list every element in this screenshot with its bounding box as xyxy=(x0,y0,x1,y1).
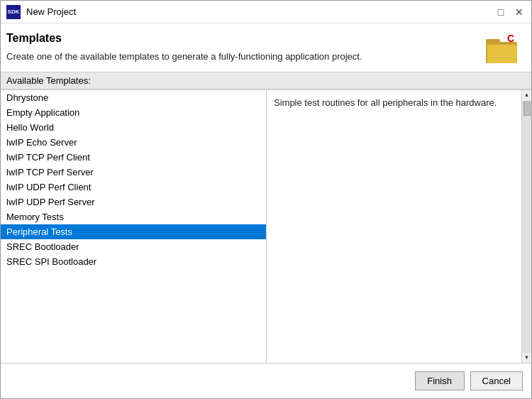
app-logo: SDK xyxy=(6,5,21,19)
template-item-peripheral-tests[interactable]: Peripheral Tests xyxy=(1,224,266,239)
dialog-window: SDK New Project □ ✕ Templates Create one… xyxy=(0,0,532,399)
section-description: Create one of the available templates to… xyxy=(6,50,418,63)
bottom-bar: Finish Cancel xyxy=(1,363,531,398)
close-button[interactable]: ✕ xyxy=(513,6,526,18)
template-item-lwip-udp-perf-server[interactable]: lwIP UDP Perf Server xyxy=(1,195,266,209)
finish-button[interactable]: Finish xyxy=(415,371,465,390)
scroll-up-arrow[interactable]: ▲ xyxy=(522,90,532,100)
scroll-down-arrow[interactable]: ▼ xyxy=(522,353,532,363)
minimize-button[interactable]: □ xyxy=(494,6,507,18)
window-title: New Project xyxy=(26,6,494,17)
svg-rect-1 xyxy=(486,39,500,45)
folder-icon: C xyxy=(486,35,520,63)
template-description: Simple test routines for all peripherals… xyxy=(274,97,497,108)
template-item-memory-tests[interactable]: Memory Tests xyxy=(1,209,266,224)
header-section: Templates Create one of the available te… xyxy=(1,23,531,72)
template-item-dhrystone[interactable]: Dhrystone xyxy=(1,90,266,105)
window-controls: □ ✕ xyxy=(494,6,526,18)
template-item-hello-world[interactable]: Hello World xyxy=(1,120,266,135)
template-item-lwip-tcp-perf-client[interactable]: lwIP TCP Perf Client xyxy=(1,150,266,165)
template-item-lwip-udp-perf-client[interactable]: lwIP UDP Perf Client xyxy=(1,180,266,195)
description-panel: Simple test routines for all peripherals… xyxy=(267,90,531,363)
svg-text:C: C xyxy=(507,35,514,44)
svg-rect-2 xyxy=(487,45,517,63)
content-area: Templates Create one of the available te… xyxy=(1,23,531,398)
cancel-button[interactable]: Cancel xyxy=(470,371,523,390)
title-bar: SDK New Project □ ✕ xyxy=(1,1,531,23)
header-left: Templates Create one of the available te… xyxy=(6,32,486,63)
template-item-empty-application[interactable]: Empty Application xyxy=(1,105,266,120)
available-templates-label: Available Templates: xyxy=(1,72,531,89)
template-item-srec-bootloader[interactable]: SREC Bootloader xyxy=(1,239,266,254)
template-list[interactable]: DhrystoneEmpty ApplicationHello WorldlwI… xyxy=(1,90,267,363)
scroll-thumb[interactable] xyxy=(523,102,531,116)
section-title: Templates xyxy=(6,32,486,45)
template-item-lwip-echo-server[interactable]: lwIP Echo Server xyxy=(1,135,266,150)
template-item-lwip-tcp-perf-server[interactable]: lwIP TCP Perf Server xyxy=(1,165,266,180)
scroll-track xyxy=(522,100,531,353)
template-item-srec-spi-bootloader[interactable]: SREC SPI Bootloader xyxy=(1,254,266,269)
description-scrollbar[interactable]: ▲ ▼ xyxy=(521,90,531,363)
main-panels: DhrystoneEmpty ApplicationHello WorldlwI… xyxy=(1,89,531,363)
